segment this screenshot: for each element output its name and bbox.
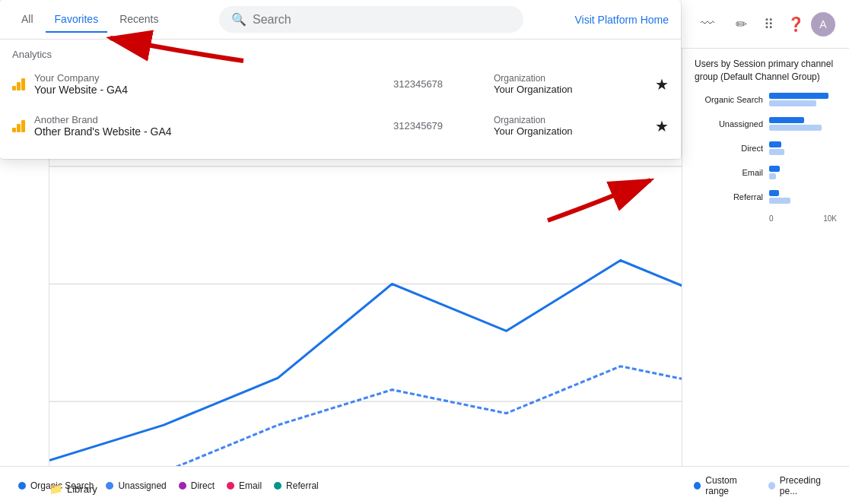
bar-row-unassigned: Unassigned bbox=[695, 117, 837, 131]
property-icon-1 bbox=[12, 120, 25, 132]
property-row-0[interactable]: Your Company Your Website - GA4 31234567… bbox=[0, 63, 681, 105]
library-label: Library bbox=[67, 483, 97, 495]
x-axis-10k: 10K bbox=[823, 214, 837, 223]
org-name-1: Your Organization bbox=[494, 125, 646, 137]
trend-button[interactable]: 〰 bbox=[694, 11, 721, 38]
bar-prev-direct bbox=[769, 149, 784, 155]
right-chart: Users by Session primary channel group (… bbox=[682, 49, 849, 466]
prop-bar-3 bbox=[21, 78, 25, 90]
legend-email: Email bbox=[227, 480, 262, 491]
bar-group-unassigned bbox=[769, 117, 837, 131]
bar-label-unassigned: Unassigned bbox=[695, 119, 763, 128]
property-row-1[interactable]: Another Brand Other Brand's Website - GA… bbox=[0, 105, 681, 147]
property-info-1: Another Brand Other Brand's Website - GA… bbox=[34, 114, 384, 138]
dropdown-header: All Favorites Recents 🔍 Visit Platform H… bbox=[0, 0, 681, 40]
analytics-section-label: Analytics bbox=[0, 40, 681, 63]
edit-button[interactable]: ✏ bbox=[727, 11, 755, 38]
legend-dot-preceding bbox=[768, 482, 775, 490]
star-icon-0[interactable]: ★ bbox=[655, 75, 669, 94]
prop-bar-2 bbox=[17, 82, 21, 90]
prop-bar-1 bbox=[12, 86, 16, 90]
library-link[interactable]: 📁 Library bbox=[49, 483, 97, 495]
property-icon-0 bbox=[12, 78, 25, 90]
legend-dot-email bbox=[227, 482, 234, 490]
bar-group-direct bbox=[769, 141, 837, 155]
bar-group-referral bbox=[769, 190, 837, 204]
legend-dot-referral bbox=[274, 482, 281, 490]
legend-label-preceding: Preceding pe... bbox=[780, 475, 837, 496]
prop-bar-6 bbox=[21, 120, 25, 132]
property-id-0: 312345678 bbox=[393, 78, 485, 90]
x-axis-0: 0 bbox=[769, 214, 774, 223]
legend-dot-direct bbox=[179, 482, 186, 490]
apps-icon-button[interactable]: ⠿ bbox=[755, 11, 782, 38]
tab-recents[interactable]: Recents bbox=[110, 7, 167, 33]
property-name-0: Your Website - GA4 bbox=[34, 84, 384, 96]
legend-referral: Referral bbox=[274, 480, 319, 491]
org-label-0: Organization bbox=[494, 73, 646, 84]
bar-label-email: Email bbox=[695, 168, 763, 177]
legend-unassigned: Unassigned bbox=[106, 480, 166, 491]
bar-prev-unassigned bbox=[769, 125, 822, 131]
bar-current-organic bbox=[769, 93, 828, 99]
legend-preceding: Preceding pe... bbox=[768, 475, 838, 496]
legend-label-direct: Direct bbox=[191, 480, 215, 491]
bar-prev-referral bbox=[769, 198, 790, 204]
bar-group-organic bbox=[769, 93, 837, 106]
prop-bar-5 bbox=[17, 124, 21, 132]
property-parent-1: Another Brand bbox=[34, 114, 384, 125]
org-label-1: Organization bbox=[494, 115, 646, 125]
property-id-1: 312345679 bbox=[393, 120, 485, 132]
tab-all[interactable]: All bbox=[12, 7, 43, 33]
bar-row-direct: Direct bbox=[695, 141, 837, 155]
visit-platform-button[interactable]: Visit Platform Home bbox=[575, 14, 669, 26]
bar-row-organic: Organic Search bbox=[695, 93, 837, 106]
bar-current-referral bbox=[769, 190, 779, 196]
right-chart-x-axis: 0 10K bbox=[695, 214, 837, 223]
tab-group: All Favorites Recents bbox=[12, 7, 168, 33]
legend-dot-custom bbox=[694, 482, 701, 490]
bottom-right-legend: Custom range Preceding pe... bbox=[682, 466, 849, 504]
bar-prev-email bbox=[769, 173, 776, 179]
property-org-0: Organization Your Organization bbox=[494, 73, 646, 95]
bar-prev-organic bbox=[769, 100, 816, 106]
property-selector-dropdown: All Favorites Recents 🔍 Visit Platform H… bbox=[0, 0, 681, 159]
legend-dot-unassigned bbox=[106, 482, 113, 490]
bar-row-referral: Referral bbox=[695, 190, 837, 204]
avatar-button[interactable]: A bbox=[809, 11, 837, 38]
legend-label-email: Email bbox=[239, 480, 262, 491]
legend-label-referral: Referral bbox=[286, 480, 319, 491]
legend-label-unassigned: Unassigned bbox=[118, 480, 166, 491]
legend-direct: Direct bbox=[179, 480, 215, 491]
legend-label-custom: Custom range bbox=[705, 475, 758, 496]
property-org-1: Organization Your Organization bbox=[494, 115, 646, 137]
bar-label-referral: Referral bbox=[695, 192, 763, 201]
bar-row-email: Email bbox=[695, 166, 837, 179]
star-icon-1[interactable]: ★ bbox=[655, 117, 669, 135]
org-name-0: Your Organization bbox=[494, 84, 646, 95]
legend-custom-range: Custom range bbox=[694, 475, 759, 496]
library-icon: 📁 bbox=[49, 483, 62, 495]
help-icon-button[interactable]: ❓ bbox=[782, 11, 809, 38]
bar-label-direct: Direct bbox=[695, 144, 763, 153]
property-parent-0: Your Company bbox=[34, 72, 384, 84]
bar-current-direct bbox=[769, 141, 781, 147]
tab-favorites[interactable]: Favorites bbox=[46, 7, 108, 33]
right-chart-title: Users by Session primary channel group (… bbox=[695, 58, 837, 84]
search-box[interactable]: 🔍 bbox=[219, 6, 523, 33]
bar-current-unassigned bbox=[769, 117, 804, 123]
property-name-1: Other Brand's Website - GA4 bbox=[34, 125, 384, 138]
bar-current-email bbox=[769, 166, 780, 172]
search-icon: 🔍 bbox=[231, 12, 246, 27]
bar-label-organic: Organic Search bbox=[695, 95, 763, 104]
prop-bar-4 bbox=[12, 128, 16, 132]
bar-group-email bbox=[769, 166, 837, 179]
search-input[interactable] bbox=[253, 13, 511, 27]
property-info-0: Your Company Your Website - GA4 bbox=[34, 72, 384, 96]
